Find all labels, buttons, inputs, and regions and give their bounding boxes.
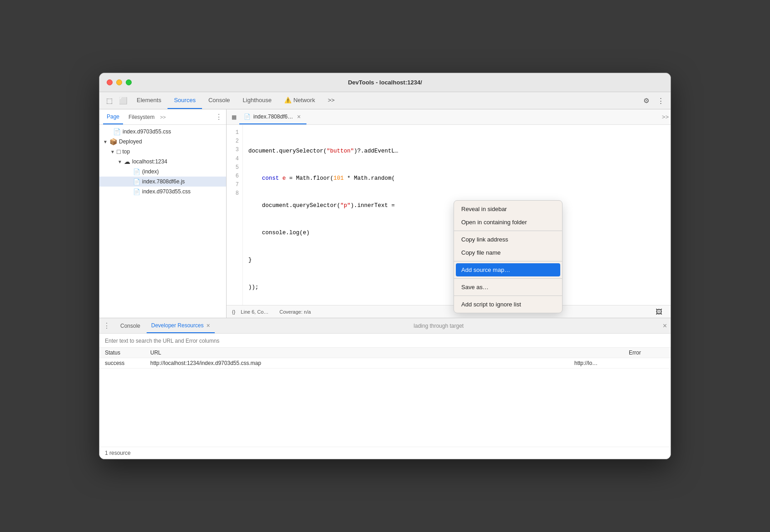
ctx-add-map[interactable]: Add source map…: [456, 263, 560, 276]
file-icon: 📄: [133, 168, 140, 175]
tree-label: Deployed: [119, 138, 142, 145]
bottom-panel: ⋮ Console Developer Resources × lading t…: [99, 318, 671, 459]
sidebar-tab-filesystem[interactable]: Filesystem: [125, 109, 158, 124]
code-tab-label: index.7808df6…: [253, 113, 293, 120]
ctx-open-folder[interactable]: Open in containing folder: [454, 216, 562, 229]
coverage-label: Coverage: n/a: [280, 309, 311, 315]
tab-sources[interactable]: Sources: [168, 92, 202, 109]
tree-item-top[interactable]: ▼ □ top: [99, 147, 226, 157]
bottom-tab-close[interactable]: ×: [206, 322, 210, 329]
toolbar-right: ⚙ ⋮: [640, 94, 667, 107]
ctx-reveal[interactable]: Reveal in sidebar: [454, 202, 562, 216]
format-button[interactable]: {}: [232, 309, 235, 315]
traffic-lights: [107, 79, 132, 85]
tree-label: index.d9703d55.css: [123, 128, 171, 135]
code-tab-close[interactable]: ×: [296, 113, 302, 120]
tree-label: top: [122, 148, 130, 155]
device-toggle-button[interactable]: ⬜: [117, 94, 129, 107]
tree-item-deployed[interactable]: ▼ 📦 Deployed: [99, 137, 226, 147]
ctx-ignore[interactable]: Add script to ignore list: [454, 298, 562, 311]
server-icon: ☁: [124, 158, 130, 165]
tree-arrow: ▼: [110, 149, 115, 154]
cell-status: success: [105, 360, 150, 366]
tree-item-localhost[interactable]: ▼ ☁ localhost:1234: [99, 157, 226, 167]
ctx-copy-name[interactable]: Copy file name: [454, 246, 562, 259]
code-statusbar: {} Line 6, Co… Coverage: n/a 🖼: [227, 305, 671, 318]
sidebar-menu-button[interactable]: ⋮: [215, 113, 222, 121]
folder-icon: □: [117, 148, 120, 155]
bottom-tabs: ⋮ Console Developer Resources × lading t…: [99, 318, 671, 334]
code-more-button[interactable]: >>: [662, 113, 669, 120]
code-line-1: document.querySelector("button")?.addEve…: [248, 147, 665, 156]
sidebar-tab-page[interactable]: Page: [103, 109, 123, 124]
code-content[interactable]: 1 2 3 4 5 6 7 8 document.querySelector("…: [227, 125, 671, 305]
window-title: DevTools - localhost:1234/: [348, 79, 422, 86]
tab-bar: Elements Sources Console Lighthouse ⚠️ N…: [130, 92, 639, 109]
bottom-menu-button[interactable]: ⋮: [103, 321, 110, 330]
sidebar-more-tabs[interactable]: >>: [160, 114, 166, 120]
ctx-divider-3: [454, 278, 562, 279]
tree-item-css1[interactable]: 📄 index.d9703d55.css: [99, 127, 226, 137]
search-bar: [99, 334, 671, 348]
file-tab-icon: 📄: [244, 113, 251, 120]
sidebar-actions: ⋮: [215, 113, 222, 121]
cell-url: http://localhost:1234/index.d9703d55.css…: [150, 360, 574, 366]
bottom-tab-console[interactable]: Console: [116, 318, 145, 333]
tab-lighthouse[interactable]: Lighthouse: [237, 92, 278, 109]
ctx-copy-link[interactable]: Copy link address: [454, 233, 562, 246]
code-panel: ▦ 📄 index.7808df6… × >> 1 2 3 4 5 6: [227, 109, 671, 318]
tree-item-css2[interactable]: 📄 index.d9703d55.css: [99, 187, 226, 197]
close-button[interactable]: [107, 79, 113, 85]
table-header: Status URL Error: [99, 348, 671, 358]
bottom-tab-devresources[interactable]: Developer Resources ×: [147, 318, 215, 333]
cell-url2: http://lo…: [574, 360, 629, 366]
tab-console[interactable]: Console: [202, 92, 237, 109]
code-tabs: ▦ 📄 index.7808df6… × >>: [227, 109, 671, 125]
tree-label: localhost:1234: [132, 158, 167, 165]
bottom-panel-close[interactable]: ×: [663, 322, 667, 330]
tree-item-index[interactable]: 📄 (index): [99, 167, 226, 177]
tab-more[interactable]: >>: [321, 92, 341, 109]
tree-item-js1[interactable]: 📄 index.7808df6e.js: [99, 177, 226, 187]
inspect-element-button[interactable]: ⬚: [103, 94, 116, 107]
tree-arrow: ▼: [103, 139, 108, 144]
col-url: URL: [150, 350, 574, 356]
table-row[interactable]: success http://localhost:1234/index.d970…: [99, 358, 671, 369]
warning-icon: ⚠️: [284, 97, 291, 103]
sidebar-toggle-button[interactable]: ▦: [228, 112, 239, 123]
css-file-icon: 📄: [133, 188, 140, 195]
cell-error: [629, 360, 665, 366]
search-input[interactable]: [105, 338, 665, 344]
context-menu: Reveal in sidebar Open in containing fol…: [454, 200, 563, 313]
col-status: Status: [105, 350, 150, 356]
sidebar-tree: 📄 index.d9703d55.css ▼ 📦 Deployed ▼ □ to…: [99, 125, 226, 318]
maximize-button[interactable]: [126, 79, 132, 85]
sidebar-header: Page Filesystem >> ⋮: [99, 109, 226, 125]
code-tab-js[interactable]: 📄 index.7808df6… ×: [239, 109, 306, 124]
ctx-save-as[interactable]: Save as…: [454, 281, 562, 294]
tab-network[interactable]: ⚠️ Network: [278, 92, 321, 109]
tree-label: index.d9703d55.css: [142, 188, 191, 195]
tree-label: (index): [142, 168, 159, 175]
screenshot-button[interactable]: 🖼: [652, 305, 665, 318]
more-button[interactable]: ⋮: [654, 94, 667, 107]
js-file-icon: 📄: [133, 178, 140, 185]
empty-area: [99, 369, 671, 447]
ctx-divider-4: [454, 296, 562, 296]
line-numbers: 1 2 3 4 5 6 7 8: [227, 125, 243, 305]
minimize-button[interactable]: [116, 79, 122, 85]
col-url2: [574, 350, 629, 356]
settings-button[interactable]: ⚙: [640, 94, 652, 107]
sidebar: Page Filesystem >> ⋮ 📄 index.d9703d55.cs…: [99, 109, 227, 318]
file-icon: 📄: [113, 128, 121, 135]
tab-elements[interactable]: Elements: [130, 92, 168, 109]
loading-text: lading through target: [414, 323, 464, 329]
devtools-window: DevTools - localhost:1234/ ⬚ ⬜ Elements …: [99, 73, 671, 459]
code-line-2: const e = Math.floor(101 * Math.random(: [248, 174, 665, 183]
titlebar: DevTools - localhost:1234/: [99, 73, 671, 92]
resource-count: 1 resource: [99, 447, 671, 459]
line-col-label: Line 6, Co…: [241, 309, 268, 315]
tree-label: index.7808df6e.js: [142, 178, 185, 185]
cube-icon: 📦: [109, 138, 117, 145]
main-toolbar: ⬚ ⬜ Elements Sources Console Lighthouse …: [99, 92, 671, 109]
